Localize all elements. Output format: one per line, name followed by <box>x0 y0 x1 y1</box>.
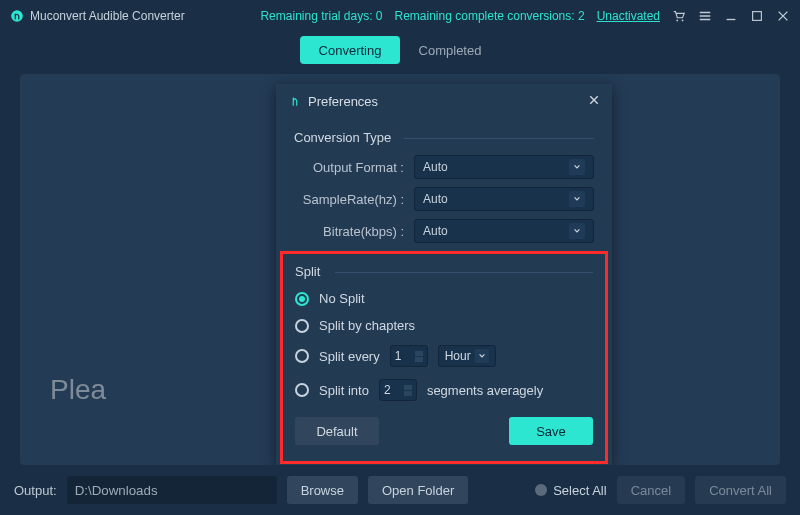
split-option-none[interactable]: No Split <box>295 291 593 306</box>
split-every-label: Split every <box>319 349 380 364</box>
svg-point-1 <box>676 20 678 22</box>
minimize-icon[interactable] <box>724 9 738 23</box>
chevron-down-icon <box>475 349 489 363</box>
titlebar: Muconvert Audible Converter Remaining tr… <box>0 0 800 32</box>
unactivated-link[interactable]: Unactivated <box>597 9 660 23</box>
bitrate-label: Bitrate(kbps) : <box>294 224 414 239</box>
radio-icon <box>295 319 309 333</box>
bottom-bar: Output: Browse Open Folder Select All Ca… <box>0 465 800 515</box>
chevron-down-icon <box>569 191 585 207</box>
trial-days: Remaining trial days: 0 <box>260 9 382 23</box>
save-button[interactable]: Save <box>509 417 593 445</box>
split-chapters-label: Split by chapters <box>319 318 415 333</box>
close-icon[interactable] <box>776 9 790 23</box>
output-path-input[interactable] <box>67 476 277 504</box>
spinner-icon <box>404 385 412 396</box>
split-into-value-stepper[interactable]: 2 <box>379 379 417 401</box>
tabs-row: Converting Completed <box>0 36 800 64</box>
maximize-icon[interactable] <box>750 9 764 23</box>
preferences-dialog: Preferences Conversion Type Output Forma… <box>276 84 612 468</box>
cart-icon[interactable] <box>672 9 686 23</box>
cancel-button[interactable]: Cancel <box>617 476 685 504</box>
dialog-title: Preferences <box>308 94 378 109</box>
split-option-chapters[interactable]: Split by chapters <box>295 318 593 333</box>
app-title: Muconvert Audible Converter <box>30 9 185 23</box>
radio-icon <box>295 349 309 363</box>
output-label: Output: <box>14 483 57 498</box>
split-into-label: Split into <box>319 383 369 398</box>
split-option-into[interactable]: Split into 2 segments averagely <box>295 379 593 401</box>
output-format-value: Auto <box>423 160 448 174</box>
conversion-type-heading: Conversion Type <box>294 130 594 145</box>
svg-point-0 <box>11 10 23 22</box>
default-button[interactable]: Default <box>295 417 379 445</box>
spinner-icon <box>415 351 423 362</box>
split-every-value: 1 <box>395 349 402 363</box>
split-section-highlight: Split No Split Split by chapters Split e… <box>280 251 608 464</box>
dialog-close-icon[interactable] <box>588 94 600 109</box>
split-into-suffix: segments averagely <box>427 383 543 398</box>
bitrate-value: Auto <box>423 224 448 238</box>
svg-rect-3 <box>753 12 762 21</box>
split-into-value: 2 <box>384 383 391 397</box>
complete-conversions: Remaining complete conversions: 2 <box>395 9 585 23</box>
samplerate-label: SampleRate(hz) : <box>294 192 414 207</box>
bitrate-select[interactable]: Auto <box>414 219 594 243</box>
samplerate-value: Auto <box>423 192 448 206</box>
split-every-value-stepper[interactable]: 1 <box>390 345 428 367</box>
svg-point-2 <box>682 20 684 22</box>
browse-button[interactable]: Browse <box>287 476 358 504</box>
select-all-label: Select All <box>553 483 606 498</box>
split-every-unit-select[interactable]: Hour <box>438 345 496 367</box>
split-every-unit: Hour <box>445 349 471 363</box>
chevron-down-icon <box>569 223 585 239</box>
tab-completed[interactable]: Completed <box>400 36 500 64</box>
convert-all-button[interactable]: Convert All <box>695 476 786 504</box>
radio-icon <box>295 383 309 397</box>
split-none-label: No Split <box>319 291 365 306</box>
split-heading: Split <box>295 264 593 279</box>
split-option-every[interactable]: Split every 1 Hour <box>295 345 593 367</box>
chevron-down-icon <box>569 159 585 175</box>
output-format-select[interactable]: Auto <box>414 155 594 179</box>
output-format-label: Output Format : <box>294 160 414 175</box>
tab-converting[interactable]: Converting <box>300 36 400 64</box>
radio-icon <box>535 484 547 496</box>
dialog-titlebar: Preferences <box>276 84 612 118</box>
radio-icon <box>295 292 309 306</box>
app-logo-icon <box>10 9 24 23</box>
placeholder-text: Plea <box>50 374 106 406</box>
menu-icon[interactable] <box>698 9 712 23</box>
dialog-logo-icon <box>288 94 302 108</box>
samplerate-select[interactable]: Auto <box>414 187 594 211</box>
open-folder-button[interactable]: Open Folder <box>368 476 468 504</box>
select-all-toggle[interactable]: Select All <box>535 483 606 498</box>
